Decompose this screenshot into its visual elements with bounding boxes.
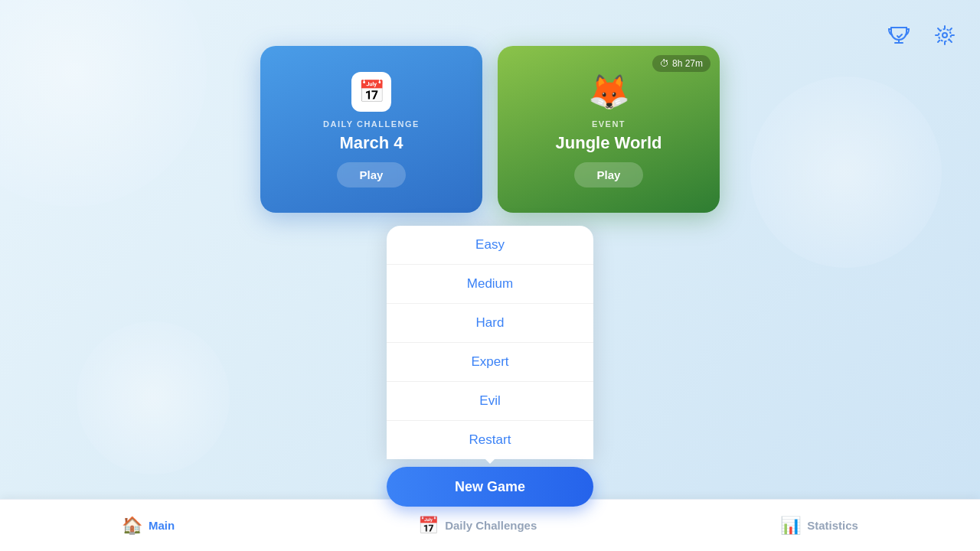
daily-challenge-title: March 4 — [339, 133, 403, 153]
daily-challenge-icon: 📅 — [351, 72, 391, 112]
daily-challenge-play-button[interactable]: Play — [337, 162, 407, 187]
home-icon: 🏠 — [122, 516, 142, 536]
nav-label-main: Main — [149, 519, 175, 532]
nav-label-daily-challenges: Daily Challenges — [445, 519, 537, 532]
top-icons-area — [882, 18, 962, 52]
difficulty-dropdown: EasyMediumHardExpertEvilRestart — [387, 226, 593, 459]
event-card: ⏱ 8h 27m 🦊 EVENT Jungle World Play — [498, 46, 720, 213]
dropdown-item-easy[interactable]: Easy — [387, 226, 593, 265]
nav-item-statistics[interactable]: 📊 Statistics — [768, 510, 871, 542]
event-title: Jungle World — [556, 133, 662, 153]
bg-decoration-1 — [0, 0, 207, 207]
timer-value: 8h 27m — [672, 58, 703, 69]
settings-button[interactable] — [928, 18, 962, 52]
bg-decoration-2 — [750, 77, 942, 268]
calendar-nav-icon: 📅 — [418, 516, 439, 536]
svg-point-0 — [942, 33, 947, 37]
dropdown-item-expert[interactable]: Expert — [387, 343, 593, 382]
daily-challenge-card: 📅 DAILY CHALLENGE March 4 Play — [260, 46, 482, 213]
dropdown-item-medium[interactable]: Medium — [387, 265, 593, 304]
svg-point-1 — [939, 29, 951, 41]
event-label: EVENT — [592, 119, 626, 129]
trophy-button[interactable] — [882, 18, 916, 52]
nav-item-main[interactable]: 🏠 Main — [109, 510, 187, 542]
daily-challenge-label: DAILY CHALLENGE — [323, 119, 420, 129]
bg-decoration-3 — [77, 321, 230, 474]
timer-icon: ⏱ — [660, 58, 669, 69]
dropdown-caret — [482, 456, 498, 464]
event-character-icon: 🦊 — [588, 72, 630, 112]
dropdown-item-restart[interactable]: Restart — [387, 421, 593, 459]
new-game-button[interactable]: New Game — [387, 467, 593, 507]
dropdown-item-evil[interactable]: Evil — [387, 382, 593, 421]
statistics-icon: 📊 — [780, 516, 801, 536]
nav-item-daily-challenges[interactable]: 📅 Daily Challenges — [406, 510, 549, 542]
cards-area: 📅 DAILY CHALLENGE March 4 Play ⏱ 8h 27m … — [260, 46, 720, 213]
event-timer-badge: ⏱ 8h 27m — [652, 55, 710, 72]
dropdown-item-hard[interactable]: Hard — [387, 304, 593, 343]
bottom-nav: 🏠 Main 📅 Daily Challenges 📊 Statistics — [0, 499, 980, 551]
event-play-button[interactable]: Play — [574, 162, 644, 187]
nav-label-statistics: Statistics — [807, 519, 858, 532]
